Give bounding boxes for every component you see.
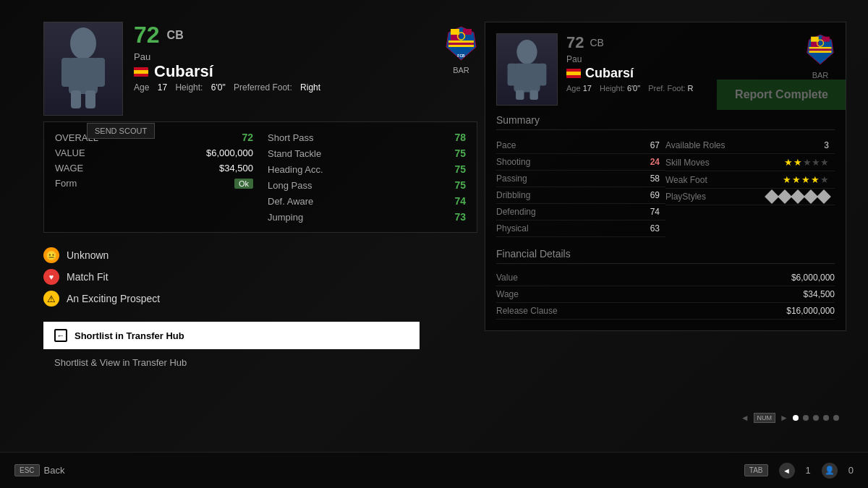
back-label: Back bbox=[44, 465, 65, 476]
passing-row: Passing 58 bbox=[496, 171, 665, 187]
nav-dots-area: ◄ NUM ► bbox=[741, 413, 839, 423]
physical-label: Physical bbox=[496, 223, 529, 234]
player-first-name: Pau bbox=[134, 51, 477, 62]
rp-height-label: Height: bbox=[600, 84, 625, 93]
form-label: Form bbox=[55, 178, 77, 189]
skill-moves-label: Skill Moves bbox=[665, 158, 710, 168]
fit-label: Match Fit bbox=[67, 271, 109, 283]
nav-dot-4[interactable] bbox=[823, 415, 829, 421]
defending-label: Defending bbox=[496, 207, 536, 217]
rp-spain-flag-icon bbox=[566, 69, 581, 78]
rp-club-area: BAR bbox=[806, 33, 835, 80]
skill-moves-row: Skill Moves ★★★★★ bbox=[665, 154, 835, 171]
playstyles-row: PlayStyles bbox=[665, 189, 835, 205]
rp-position: CB bbox=[590, 37, 603, 48]
shortlist-label: Shortlist in Transfer Hub bbox=[75, 330, 184, 341]
club-name: BAR bbox=[445, 66, 477, 74]
pace-label: Pace bbox=[496, 140, 516, 150]
status-section: 😐 Unknown ♥ Match Fit ⚠ An Exciting Pros… bbox=[43, 239, 477, 318]
club-badge-area: FCB BAR bbox=[445, 25, 477, 74]
skills-list: Short Pass 78 Stand Tackle 75 Heading Ac… bbox=[268, 129, 466, 225]
unknown-icon: 😐 bbox=[43, 247, 59, 263]
player-photo bbox=[43, 22, 123, 116]
available-roles-value: 3 bbox=[824, 140, 829, 150]
rp-last-name: Cubarsí bbox=[585, 66, 634, 81]
rp-details: Age 17 Height: 6'0" Pref. Foot: R bbox=[566, 84, 806, 93]
rp-club-name: BAR bbox=[806, 71, 835, 80]
shortlist-view-button[interactable]: Shortlist & View in Transfer Hub bbox=[43, 353, 197, 372]
svg-rect-10 bbox=[448, 40, 474, 43]
shortlist-view-label: Shortlist & View in Transfer Hub bbox=[54, 357, 187, 368]
playstyle-icon-4 bbox=[804, 189, 818, 204]
wage-value: $34,500 bbox=[219, 163, 253, 174]
available-roles-label: Available Roles bbox=[665, 140, 726, 150]
skill-label: Jumping bbox=[268, 212, 354, 223]
summary-title: Summary bbox=[496, 114, 835, 130]
nav-dot-3[interactable] bbox=[813, 415, 819, 421]
physical-value: 63 bbox=[650, 223, 660, 234]
dribbling-label: Dribbling bbox=[496, 190, 530, 200]
svg-text:FCB: FCB bbox=[457, 53, 465, 58]
skill-value: 73 bbox=[454, 211, 466, 223]
summary-grid: Pace 67 Shooting 24 Passing 58 Dribbling… bbox=[496, 137, 835, 237]
action-section: ← Shortlist in Transfer Hub Shortlist & … bbox=[43, 322, 477, 372]
skill-stars-empty: ★★★ bbox=[803, 157, 829, 168]
skill-label: Long Pass bbox=[268, 180, 354, 191]
fit-icon: ♥ bbox=[43, 269, 59, 285]
playstyles-label: PlayStyles bbox=[665, 192, 706, 202]
weak-stars-filled: ★★★★ bbox=[783, 174, 820, 185]
skill-row: Def. Aware 74 bbox=[268, 193, 466, 209]
svg-rect-27 bbox=[809, 51, 831, 53]
rp-wage-row: Wage $34,500 bbox=[496, 286, 835, 303]
svg-rect-1 bbox=[69, 58, 98, 94]
left-panel: 72 CB Pau Cubarsí Age 17 Height: 6'0" Pr… bbox=[43, 22, 477, 372]
send-scout-button[interactable]: SEND SCOUT bbox=[87, 123, 155, 139]
shooting-row: Shooting 24 bbox=[496, 154, 665, 171]
skill-stars-filled: ★★ bbox=[784, 157, 803, 168]
skill-value: 75 bbox=[454, 163, 466, 175]
player-name-row: Cubarsí bbox=[134, 62, 477, 81]
barca-badge-icon: FCB bbox=[445, 25, 477, 61]
rp-release-label: Release Clause bbox=[496, 306, 558, 316]
summary-col-left: Pace 67 Shooting 24 Passing 58 Dribbling… bbox=[496, 137, 665, 237]
nav-dot-1[interactable] bbox=[793, 415, 799, 421]
svg-rect-19 bbox=[516, 90, 524, 99]
num-label: NUM bbox=[754, 413, 776, 423]
skill-value: 78 bbox=[454, 132, 466, 143]
unknown-status: 😐 Unknown bbox=[43, 247, 477, 263]
pace-row: Pace 67 bbox=[496, 137, 665, 154]
skill-row: Jumping 73 bbox=[268, 209, 466, 225]
skill-moves-stars: ★★★★★ bbox=[784, 157, 829, 168]
nav-dot-2[interactable] bbox=[803, 415, 809, 421]
rp-value-row: Value $6,000,000 bbox=[496, 270, 835, 286]
skill-label: Def. Aware bbox=[268, 196, 354, 207]
nav-dot-5[interactable] bbox=[833, 415, 839, 421]
svg-rect-26 bbox=[809, 49, 831, 51]
dribbling-value: 69 bbox=[650, 190, 660, 200]
fit-status: ♥ Match Fit bbox=[43, 269, 477, 285]
playstyle-icon-2 bbox=[778, 189, 792, 204]
rp-value-label: Value bbox=[496, 273, 518, 283]
nav-prev-icon[interactable]: ◄ bbox=[779, 463, 795, 479]
svg-rect-5 bbox=[85, 90, 95, 108]
rp-player-info: 72 CB Pau Cubarsí Age 17 Height: 6'0" Pr… bbox=[566, 33, 806, 93]
rp-first-name: Pau bbox=[566, 54, 806, 64]
passing-label: Passing bbox=[496, 174, 527, 184]
physical-row: Physical 63 bbox=[496, 221, 665, 237]
skill-value: 75 bbox=[454, 179, 466, 191]
shortlist-button[interactable]: ← Shortlist in Transfer Hub bbox=[43, 322, 420, 349]
prospect-icon: ⚠ bbox=[43, 291, 59, 307]
scout-icon: 👤 bbox=[822, 463, 838, 479]
shooting-value: 24 bbox=[650, 157, 660, 167]
rp-wage-value: $34,500 bbox=[804, 289, 835, 299]
skill-row: Short Pass 78 bbox=[268, 129, 466, 145]
back-button[interactable]: ESC Back bbox=[14, 464, 64, 476]
unknown-label: Unknown bbox=[67, 249, 109, 261]
shooting-label: Shooting bbox=[496, 157, 530, 167]
player-details: Age 17 Height: 6'0" Preferred Foot: Righ… bbox=[134, 82, 477, 93]
playstyle-icon-1 bbox=[765, 189, 779, 204]
right-panel: 72 CB Pau Cubarsí Age 17 Height: 6'0" Pr… bbox=[485, 22, 846, 331]
financial-title: Financial Details bbox=[496, 248, 835, 264]
defending-value: 74 bbox=[650, 207, 660, 217]
rp-rating-row: 72 CB bbox=[566, 33, 806, 52]
